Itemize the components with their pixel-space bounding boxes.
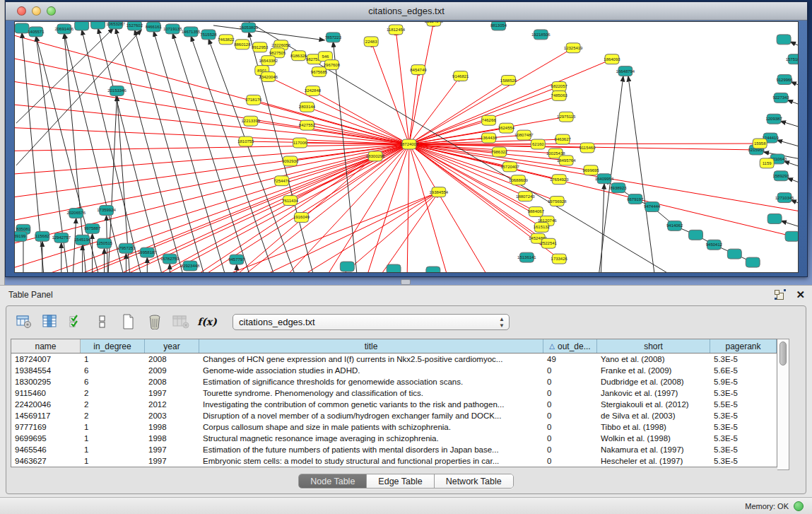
show-columns-icon[interactable] bbox=[41, 313, 59, 330]
network-node[interactable]: 12923448 bbox=[181, 261, 200, 271]
network-node[interactable] bbox=[767, 214, 782, 223]
close-panel-icon[interactable]: ✕ bbox=[796, 289, 805, 300]
network-node[interactable]: 17957253 bbox=[117, 243, 136, 253]
network-node[interactable]: 10688609 bbox=[509, 175, 528, 185]
network-node[interactable]: 18300295 bbox=[366, 151, 385, 161]
network-node[interactable]: 16648794 bbox=[616, 66, 635, 76]
network-node[interactable]: 9975887 bbox=[84, 223, 101, 233]
zoom-window-icon[interactable] bbox=[47, 6, 56, 16]
network-node[interactable]: 20691406 bbox=[54, 24, 73, 34]
network-node[interactable]: 1916049 bbox=[293, 212, 310, 222]
network-node[interactable]: 1250515 bbox=[96, 238, 113, 248]
column-header-year[interactable]: year bbox=[145, 339, 199, 353]
network-node[interactable]: 16053809 bbox=[240, 23, 259, 33]
network-node[interactable]: 18495764 bbox=[557, 156, 576, 165]
network-node[interactable]: 1588520 bbox=[500, 76, 517, 86]
network-node[interactable]: 19218506 bbox=[531, 30, 551, 40]
network-node[interactable]: 19384554 bbox=[430, 187, 449, 197]
network-node[interactable]: 12975115 bbox=[557, 112, 576, 122]
network-node[interactable]: 16543382 bbox=[259, 56, 278, 66]
network-node[interactable]: 1364436 bbox=[481, 133, 498, 143]
network-node[interactable] bbox=[727, 249, 741, 259]
tab-edge-table[interactable]: Edge Table bbox=[367, 474, 434, 488]
network-node[interactable]: 7515528 bbox=[200, 30, 217, 40]
network-node[interactable]: 1159 bbox=[760, 158, 774, 168]
table-row[interactable]: 911546021997Tourette syndrome. Phenomeno… bbox=[11, 387, 777, 399]
network-node[interactable]: 7485063 bbox=[551, 90, 568, 100]
network-node[interactable]: 7463822 bbox=[218, 35, 235, 45]
network-window[interactable]: citations_edges.txt 14055712069140610653… bbox=[5, 1, 808, 277]
split-pane-divider-handle[interactable] bbox=[401, 279, 411, 285]
network-node[interactable]: 62160 bbox=[531, 139, 545, 149]
create-column-icon[interactable] bbox=[119, 313, 138, 330]
network-node[interactable] bbox=[15, 23, 29, 33]
column-header-title[interactable]: title bbox=[199, 339, 543, 353]
network-node[interactable]: 16782759 bbox=[160, 254, 180, 264]
network-node[interactable]: 7254476 bbox=[273, 176, 290, 186]
column-header-short[interactable]: short bbox=[597, 339, 710, 353]
network-node[interactable]: 9129966 bbox=[776, 75, 793, 85]
scrollbar-thumb[interactable] bbox=[779, 341, 787, 366]
network-node[interactable]: 22483 bbox=[364, 37, 378, 47]
network-node[interactable]: 2718176 bbox=[245, 95, 262, 105]
tab-network-table[interactable]: Network Table bbox=[435, 474, 513, 488]
network-node[interactable]: 11812454 bbox=[387, 25, 406, 35]
network-node[interactable]: 9115460 bbox=[579, 143, 596, 153]
tab-node-table[interactable]: Node Table bbox=[299, 474, 367, 488]
network-node[interactable]: 10807487 bbox=[514, 130, 534, 140]
close-window-icon[interactable] bbox=[17, 6, 26, 16]
minimize-window-icon[interactable] bbox=[32, 6, 41, 16]
network-node[interactable]: 39199 bbox=[15, 231, 27, 241]
column-header-outde[interactable]: △out_de... bbox=[543, 339, 597, 353]
network-node[interactable] bbox=[426, 267, 440, 272]
select-rows-checks-icon[interactable] bbox=[67, 313, 86, 330]
network-node[interactable] bbox=[689, 230, 703, 240]
float-window-icon[interactable] bbox=[775, 289, 786, 300]
network-node[interactable]: 14671355 bbox=[182, 27, 201, 37]
network-node[interactable] bbox=[387, 264, 401, 272]
network-node[interactable]: 7611434 bbox=[282, 196, 298, 206]
network-node[interactable]: 10653287 bbox=[106, 22, 125, 29]
network-node[interactable]: 1545194 bbox=[74, 235, 91, 245]
network-canvas[interactable]: 1405571206914061065328715276028466161107… bbox=[14, 21, 799, 273]
network-node[interactable]: 3624554 bbox=[498, 123, 515, 133]
network-node[interactable]: 12325419 bbox=[564, 43, 583, 53]
network-node[interactable]: 12942757 bbox=[52, 233, 71, 243]
table-vertical-scrollbar[interactable] bbox=[777, 339, 789, 470]
network-node[interactable]: 8427552 bbox=[299, 120, 316, 130]
network-node[interactable]: 1615132 bbox=[534, 222, 551, 232]
network-node[interactable]: 115682 bbox=[35, 231, 49, 241]
table-row[interactable]: 977716911998Corpus callosum shape and si… bbox=[11, 421, 777, 433]
network-node[interactable]: 1589293 bbox=[772, 171, 789, 181]
network-node[interactable]: 3242848 bbox=[305, 86, 322, 95]
network-node[interactable]: 1405571 bbox=[28, 27, 45, 37]
network-node[interactable]: 9450412 bbox=[706, 240, 723, 250]
network-node[interactable]: 7857223 bbox=[325, 33, 342, 42]
network-node[interactable]: 18807243 bbox=[516, 192, 535, 201]
network-node[interactable] bbox=[340, 262, 354, 271]
network-node[interactable] bbox=[75, 22, 89, 30]
network-node[interactable]: 19756928 bbox=[548, 197, 567, 206]
network-node[interactable]: 23420046 bbox=[259, 72, 278, 82]
network-node[interactable]: 8466161 bbox=[146, 22, 163, 32]
network-node[interactable]: 1527602 bbox=[126, 22, 143, 30]
network-node[interactable]: 12710345 bbox=[775, 193, 794, 203]
network-node[interactable]: 15136141 bbox=[517, 252, 536, 262]
network-node[interactable] bbox=[746, 257, 760, 267]
network-node[interactable]: 12213399 bbox=[242, 116, 261, 126]
network-node[interactable]: 9463627 bbox=[555, 134, 572, 144]
column-header-pagerank[interactable]: pagerank bbox=[710, 339, 777, 353]
network-node[interactable]: 18724007 bbox=[400, 139, 419, 149]
network-node[interactable]: 9884067 bbox=[528, 207, 545, 217]
table-row[interactable]: 1456911722003Disruption of a novel membe… bbox=[11, 410, 777, 421]
delete-column-trash-icon[interactable] bbox=[146, 313, 164, 330]
network-node[interactable]: 2522541 bbox=[541, 238, 558, 248]
network-node[interactable]: 9414062 bbox=[666, 221, 683, 230]
network-node[interactable]: 15751074 bbox=[786, 54, 798, 64]
network-node[interactable]: 8813054 bbox=[490, 22, 507, 30]
table-settings-icon[interactable] bbox=[15, 313, 33, 330]
network-node[interactable]: 10719135 bbox=[163, 24, 182, 34]
function-builder-icon[interactable]: f(x) bbox=[198, 313, 216, 330]
network-node[interactable]: 9146821 bbox=[452, 71, 469, 81]
network-node[interactable] bbox=[91, 22, 105, 29]
